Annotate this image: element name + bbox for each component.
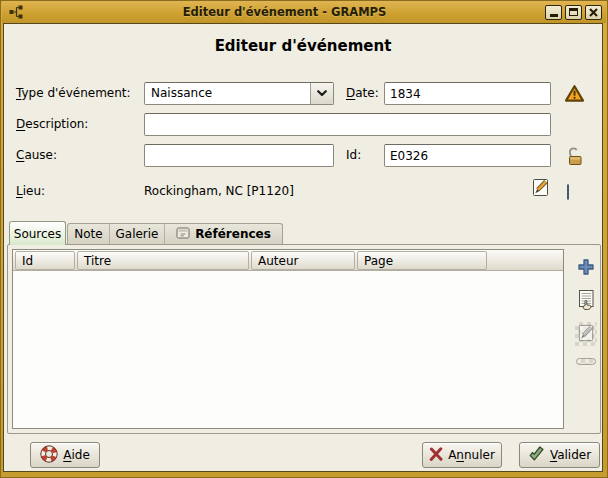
event-type-value: Naissance [145,83,310,104]
unlocked-padlock-icon[interactable] [564,146,586,170]
green-check-icon [528,446,545,465]
calendar-badge-icon [176,227,190,242]
tab-note-label: Note [74,227,102,241]
ok-button[interactable]: Valider [519,442,600,468]
column-header-id[interactable]: Id [15,251,75,270]
id-label: Id: [346,144,361,167]
window-controls [545,5,602,20]
share-source-icon [577,289,596,314]
column-header-auteur[interactable]: Auteur [251,251,355,270]
tab-sources-label: Sources [14,227,61,241]
lifebuoy-icon [40,445,58,466]
event-type-label: Type d'événement: [16,82,131,105]
help-button-label: Aide [63,448,90,462]
cancel-button-label: Annuler [448,448,495,462]
minimize-button[interactable] [545,5,562,20]
dialog-title: Editeur d'événement [4,37,602,55]
help-button[interactable]: Aide [30,442,100,468]
column-header-titre[interactable]: Titre [77,251,249,270]
remove-icon [567,184,569,200]
tab-galerie[interactable]: Galerie [109,224,164,244]
date-label: Date: [346,82,379,105]
plus-icon [576,257,596,280]
remove-place-button[interactable] [567,185,569,199]
ok-button-label: Valider [550,448,591,462]
add-source-button[interactable] [575,256,597,280]
description-label: Description: [16,113,88,136]
minimize-icon [550,14,558,17]
event-type-combobox[interactable]: Naissance [144,82,334,105]
remove-source-button [575,355,597,367]
chevron-down-icon [310,83,333,104]
edit-source-button [575,322,597,346]
tab-references-label: Références [195,227,271,241]
tab-references[interactable]: Références [164,224,282,244]
titlebar[interactable]: Editeur d'événement - GRAMPS [2,1,606,23]
edit-icon [576,323,596,346]
tab-note[interactable]: Note [68,224,109,244]
edit-icon [530,187,551,201]
red-x-icon [429,447,443,464]
share-source-button[interactable] [575,289,597,313]
id-input[interactable] [384,144,551,167]
event-editor-window: Editeur d'événement - GRAMPS Editeur d'é… [0,0,608,478]
close-icon [589,5,598,20]
tab-sources[interactable]: Sources [9,221,66,245]
cancel-button[interactable]: Annuler [422,442,502,468]
sources-panel: Id Titre Auteur Page [7,244,601,434]
place-label: Lieu: [16,180,45,203]
gramps-app-icon [8,4,24,20]
description-input[interactable] [144,113,551,136]
tab-strip: Note Galerie Références [67,223,283,244]
column-header-page[interactable]: Page [357,251,487,270]
warning-icon [564,84,585,106]
maximize-icon [569,8,578,16]
cause-input[interactable] [144,144,334,167]
sources-table[interactable]: Id Titre Auteur Page [12,249,564,429]
edit-place-button[interactable] [530,177,551,201]
date-input[interactable] [384,82,551,105]
sources-toolbar [575,256,597,376]
maximize-button[interactable] [565,5,582,20]
close-button[interactable] [585,5,602,20]
place-value: Rockingham, NC [P1120] [144,180,294,202]
window-title: Editeur d'événement - GRAMPS [24,5,545,19]
tab-galerie-label: Galerie [115,227,158,241]
cause-label: Cause: [16,144,57,167]
remove-icon [576,358,596,365]
dialog-content: Editeur d'événement Type d'événement: Na… [3,23,603,472]
